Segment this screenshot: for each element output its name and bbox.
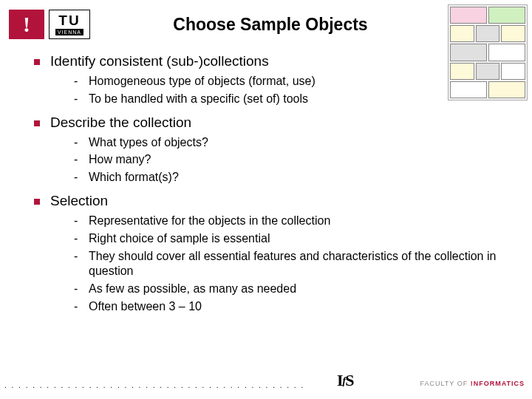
square-bullet-icon bbox=[34, 199, 40, 205]
section-selection: Selection -Representative for the object… bbox=[34, 193, 502, 315]
list-item: -As few as possible, as many as needed bbox=[74, 282, 502, 297]
dash-icon: - bbox=[74, 231, 83, 247]
tu-logo-top: TU bbox=[58, 13, 80, 27]
list-item: -What types of objects? bbox=[74, 135, 502, 151]
dash-icon: - bbox=[74, 74, 83, 89]
list-item: -Representative for the objects in the c… bbox=[74, 214, 502, 229]
list-item: -How many? bbox=[74, 152, 502, 168]
section-heading: Selection bbox=[34, 193, 502, 209]
list-item: -Homogeneous type of objects (format, us… bbox=[74, 74, 502, 89]
list-item: -Right choice of sample is essential bbox=[74, 231, 502, 247]
ifs-i: I bbox=[337, 371, 343, 389]
list-item: -To be handled with a specific (set of) … bbox=[74, 92, 502, 107]
list-item: -Which format(s)? bbox=[74, 170, 502, 185]
square-bullet-icon bbox=[34, 120, 40, 126]
faculty-label: FACULTY OF !NFORMATICS bbox=[420, 380, 525, 387]
dash-icon: - bbox=[74, 214, 83, 229]
faculty-informatics: NFORMATICS bbox=[474, 380, 525, 387]
section-heading: Describe the collection bbox=[34, 115, 502, 131]
planets-diagram-thumbnail bbox=[448, 4, 528, 100]
faculty-pre: FACULTY OF bbox=[420, 380, 470, 387]
list-item: -Often between 3 – 10 bbox=[74, 299, 502, 315]
section-heading: Identify consistent (sub-)collections bbox=[34, 53, 502, 69]
list-item: -They should cover all essential feature… bbox=[74, 249, 502, 280]
section-heading-text: Selection bbox=[50, 193, 108, 209]
dash-icon: - bbox=[74, 282, 83, 297]
dash-icon: - bbox=[74, 135, 83, 151]
dash-icon: - bbox=[74, 299, 83, 315]
dash-icon: - bbox=[74, 249, 83, 265]
dash-icon: - bbox=[74, 152, 83, 168]
slide-footer: . . . . . . . . . . . . . . . . . . . . … bbox=[0, 375, 532, 395]
tu-logo-bottom: VIENNA bbox=[55, 29, 83, 35]
footer-dots: . . . . . . . . . . . . . . . . . . . . … bbox=[0, 381, 304, 389]
dash-icon: - bbox=[74, 170, 83, 185]
section-identify: Identify consistent (sub-)collections -H… bbox=[34, 53, 502, 107]
section-describe: Describe the collection -What types of o… bbox=[34, 115, 502, 185]
dash-icon: - bbox=[74, 92, 83, 107]
ifs-s: S bbox=[345, 371, 353, 389]
exclamation-logo-icon: ! bbox=[9, 10, 44, 39]
section-heading-text: Identify consistent (sub-)collections bbox=[50, 53, 269, 69]
tu-vienna-logo: TU VIENNA bbox=[49, 10, 90, 39]
section-heading-text: Describe the collection bbox=[50, 115, 191, 131]
square-bullet-icon bbox=[34, 59, 40, 65]
ifs-logo: IfS bbox=[337, 371, 353, 390]
